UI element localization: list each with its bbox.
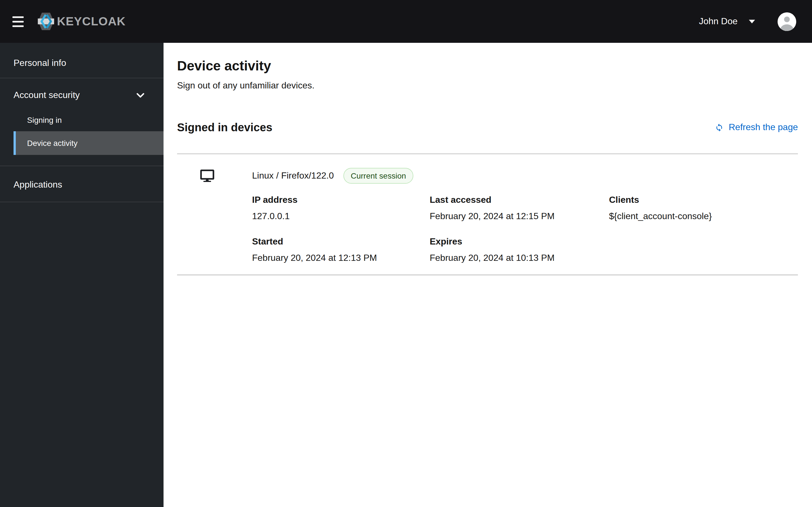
user-avatar-icon <box>777 12 796 31</box>
sidebar: Personal info Account security Signing i… <box>0 43 163 507</box>
detail-label: Last accessed <box>430 194 609 205</box>
sidebar-item-applications[interactable]: Applications <box>0 171 163 198</box>
sidebar-item-account-security[interactable]: Account security <box>0 82 163 109</box>
main-content: Device activity Sign out of any unfamili… <box>163 43 812 507</box>
desktop-icon <box>200 170 214 182</box>
caret-down-icon <box>749 19 755 23</box>
detail-clients: Clients ${client_account-console} <box>609 194 798 221</box>
detail-label: IP address <box>252 194 430 205</box>
sync-icon <box>715 123 724 131</box>
detail-value: February 20, 2024 at 12:13 PM <box>252 252 430 263</box>
device-name: Linux / Firefox/122.0 <box>252 171 334 181</box>
avatar[interactable] <box>777 12 796 31</box>
keycloak-logo-icon <box>38 12 54 31</box>
device-details-grid: IP address 127.0.0.1 Last accessed Febru… <box>252 194 798 263</box>
detail-expires: Expires February 20, 2024 at 10:13 PM <box>430 236 609 263</box>
masthead-right: John Doe <box>699 12 796 31</box>
device-content: Linux / Firefox/122.0 Current session IP… <box>252 168 798 263</box>
signed-in-devices-list: Linux / Firefox/122.0 Current session IP… <box>177 153 798 276</box>
section-title: Signed in devices <box>177 121 272 134</box>
detail-ip-address: IP address 127.0.0.1 <box>252 194 430 221</box>
device-icon-cell <box>177 168 252 263</box>
sidebar-item-device-activity[interactable]: Device activity <box>13 131 163 155</box>
page-subtitle: Sign out of any unfamiliar devices. <box>177 80 798 91</box>
devices-section-header: Signed in devices Refresh the page <box>177 119 798 136</box>
brand-text: KEYCLOAK <box>57 15 126 28</box>
detail-value: 127.0.0.1 <box>252 211 430 221</box>
device-row: Linux / Firefox/122.0 Current session IP… <box>177 154 798 274</box>
detail-value: February 20, 2024 at 10:13 PM <box>430 252 609 263</box>
sidebar-item-label: Account security <box>13 90 80 100</box>
sidebar-item-signing-in[interactable]: Signing in <box>13 109 163 131</box>
refresh-link[interactable]: Refresh the page <box>715 122 798 132</box>
detail-last-accessed: Last accessed February 20, 2024 at 12:15… <box>430 194 609 221</box>
refresh-label: Refresh the page <box>729 122 798 132</box>
detail-label: Clients <box>609 194 798 205</box>
account-security-subnav: Signing in Device activity <box>13 109 163 155</box>
current-session-badge: Current session <box>343 168 413 184</box>
device-title-row: Linux / Firefox/122.0 Current session <box>252 168 798 184</box>
sidebar-item-personal-info[interactable]: Personal info <box>0 50 163 76</box>
user-name: John Doe <box>699 16 738 26</box>
user-menu[interactable]: John Doe <box>699 16 755 26</box>
page-title: Device activity <box>177 59 798 73</box>
chevron-down-icon <box>137 93 144 98</box>
keycloak-logo[interactable]: KEYCLOAK <box>38 12 126 31</box>
detail-value: February 20, 2024 at 12:15 PM <box>430 211 609 221</box>
detail-label: Started <box>252 236 430 247</box>
detail-empty <box>609 236 798 263</box>
detail-label: Expires <box>430 236 609 247</box>
detail-started: Started February 20, 2024 at 12:13 PM <box>252 236 430 263</box>
masthead: KEYCLOAK John Doe <box>0 0 812 43</box>
detail-value: ${client_account-console} <box>609 211 798 221</box>
nav-toggle-button[interactable] <box>12 16 24 27</box>
hamburger-icon <box>12 16 24 18</box>
keycloak-account-console: KEYCLOAK John Doe Personal info <box>0 0 812 507</box>
